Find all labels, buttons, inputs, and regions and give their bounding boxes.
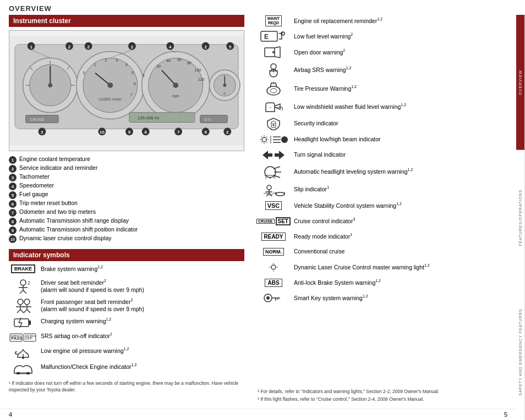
indicator-brake: BRAKE Brake system warning1,2 bbox=[9, 264, 244, 275]
svg-text:D  S: D S bbox=[205, 118, 211, 121]
svg-point-168 bbox=[271, 265, 276, 269]
svg-text:CHECK: CHECK bbox=[18, 372, 28, 375]
svg-text:40: 40 bbox=[166, 59, 171, 63]
symbol-tire-pressure: ! Tire Pressure Warning1,2 bbox=[258, 81, 510, 96]
cluster-item-9: 9 Automatic Transmission shift position … bbox=[9, 226, 244, 234]
symbol-norm-cruise: NORM. Conventional cruise bbox=[258, 246, 510, 258]
svg-line-88 bbox=[17, 310, 20, 313]
svg-text:E: E bbox=[223, 92, 226, 95]
svg-rect-96 bbox=[29, 320, 31, 325]
page-numbers: 4 5 bbox=[0, 408, 516, 420]
svg-marker-151 bbox=[275, 151, 285, 159]
symbol-airbag-srs: ! Airbag SRS warning1,2 bbox=[258, 62, 510, 78]
svg-point-128 bbox=[267, 86, 280, 95]
svg-text:!: ! bbox=[273, 72, 274, 75]
symbol-security: Security indicator bbox=[258, 117, 510, 130]
symbol-vsc: VSC Vehicle Stability Control system war… bbox=[258, 200, 510, 212]
symbol-abs: ABS Anti-lock Brake System warning1,2 bbox=[258, 277, 510, 289]
svg-point-85 bbox=[18, 299, 23, 305]
cluster-item-1: 1 Engine coolant temperature bbox=[9, 156, 244, 164]
sidebar-overview: OVERVIEW bbox=[516, 15, 525, 150]
svg-point-23 bbox=[107, 82, 113, 88]
cluster-item-4: 4 Speedometer bbox=[9, 182, 244, 190]
svg-line-119 bbox=[275, 47, 280, 48]
footnotes-right: ² For details, refer to "Indicators and … bbox=[258, 386, 510, 404]
svg-text:CRUISE: CRUISE bbox=[30, 118, 45, 121]
svg-marker-150 bbox=[262, 151, 272, 159]
right-sidebar: OVERVIEW FEATURES/OPERATIONS SAFETY AND … bbox=[516, 15, 525, 420]
svg-text:2: 2 bbox=[41, 130, 43, 135]
svg-line-142 bbox=[266, 142, 267, 143]
cluster-item-5: 5 Fuel gauge bbox=[9, 191, 244, 199]
svg-text:0: 0 bbox=[83, 71, 85, 75]
symbol-open-door: Open door warning2 bbox=[258, 46, 510, 59]
svg-line-89 bbox=[20, 310, 24, 313]
svg-point-129 bbox=[270, 89, 277, 93]
svg-text:4: 4 bbox=[169, 45, 172, 49]
cluster-item-7: 7 Odometer and two trip meters bbox=[9, 208, 244, 217]
svg-line-82 bbox=[20, 290, 23, 294]
svg-point-135 bbox=[273, 125, 275, 126]
instrument-cluster-header: Instrument cluster bbox=[9, 15, 244, 27]
footnotes-left: ¹ If indicator does not turn off within … bbox=[9, 378, 244, 395]
svg-text:4: 4 bbox=[125, 63, 128, 67]
svg-text:8: 8 bbox=[144, 130, 147, 135]
symbol-smart-key: Smart Key system warning1,2 bbox=[258, 292, 510, 304]
svg-line-143 bbox=[266, 136, 267, 137]
cluster-items-list: 1 Engine coolant temperature 2 Service i… bbox=[9, 154, 244, 245]
svg-text:1: 1 bbox=[94, 63, 96, 67]
symbol-maint-reqd: MAINTREQD Engine oil replacement reminde… bbox=[258, 15, 510, 27]
cluster-item-6: 6 Trip meter reset button bbox=[9, 200, 244, 208]
svg-text:6: 6 bbox=[134, 82, 136, 86]
symbol-ready-mode: READY Ready mode indicator1 bbox=[258, 230, 510, 242]
symbol-headlight: Headlight low/high beam indicator bbox=[258, 134, 510, 146]
svg-point-107 bbox=[22, 357, 24, 359]
svg-text:120: 120 bbox=[198, 78, 205, 81]
svg-text:!: ! bbox=[273, 81, 274, 85]
svg-point-10 bbox=[48, 83, 52, 87]
svg-text:125,438 mi: 125,438 mi bbox=[138, 116, 159, 121]
symbol-laser-cruise: Dynamic Laser Cruise Control master warn… bbox=[258, 261, 510, 273]
svg-text:5: 5 bbox=[132, 71, 134, 75]
svg-text:E: E bbox=[264, 33, 269, 41]
symbol-slip: Slip indicator1 bbox=[258, 182, 510, 196]
cluster-item-10: 10 Dynamic laser cruise control display bbox=[9, 235, 244, 243]
svg-text:2: 2 bbox=[131, 45, 134, 49]
svg-text:10: 10 bbox=[100, 130, 105, 135]
page-number-left: 4 bbox=[9, 411, 12, 418]
svg-point-122 bbox=[272, 51, 275, 53]
svg-point-41 bbox=[223, 84, 226, 87]
indicator-symbols-header: Indicator symbols bbox=[9, 249, 244, 261]
svg-text:2: 2 bbox=[87, 45, 90, 49]
svg-text:6: 6 bbox=[204, 130, 207, 135]
svg-point-35 bbox=[173, 82, 178, 88]
page-number-right: 5 bbox=[504, 411, 507, 418]
sidebar-safety: SAFETY AND EMERGENCY FEATURES bbox=[516, 285, 525, 420]
symbol-cruise-control: CRUISE SET Cruise control indicator3 bbox=[258, 215, 510, 227]
sidebar-features: FEATURES/OPERATIONS bbox=[516, 150, 525, 285]
svg-text:2: 2 bbox=[68, 45, 71, 49]
svg-line-144 bbox=[261, 142, 262, 143]
svg-text:0: 0 bbox=[143, 74, 145, 78]
indicator-passenger-seatbelt: Front passenger seat belt reminder2(alar… bbox=[9, 297, 244, 314]
svg-point-79 bbox=[20, 280, 26, 285]
symbol-headlight-leveling: Automatic headlight leveling system warn… bbox=[258, 164, 510, 179]
svg-text:7: 7 bbox=[130, 93, 133, 97]
svg-text:AIRBAG: AIRBAG bbox=[10, 334, 21, 338]
svg-text:x1000 r/min: x1000 r/min bbox=[99, 97, 122, 102]
svg-text:5: 5 bbox=[229, 45, 232, 49]
svg-text:2: 2 bbox=[28, 280, 30, 286]
indicator-oil-pressure: Low engine oil pressure warning1,2 bbox=[9, 346, 244, 360]
svg-point-90 bbox=[24, 299, 30, 305]
svg-text:2: 2 bbox=[226, 130, 229, 135]
svg-text:1: 1 bbox=[30, 45, 32, 49]
svg-text:2: 2 bbox=[204, 45, 207, 49]
svg-text:20: 20 bbox=[156, 64, 161, 68]
svg-point-149 bbox=[281, 136, 288, 143]
svg-line-94 bbox=[27, 310, 30, 313]
symbol-turn-signal: Turn signal indicator bbox=[258, 149, 510, 161]
symbol-low-fuel: E Low fuel level warning2 bbox=[258, 30, 510, 42]
indicator-check-engine: CHECK Malfunction/Check Engine indicator… bbox=[9, 362, 244, 375]
indicator-driver-seatbelt: 2 Driver seat belt reminder2(alarm will … bbox=[9, 278, 244, 295]
svg-text:9: 9 bbox=[128, 130, 131, 135]
